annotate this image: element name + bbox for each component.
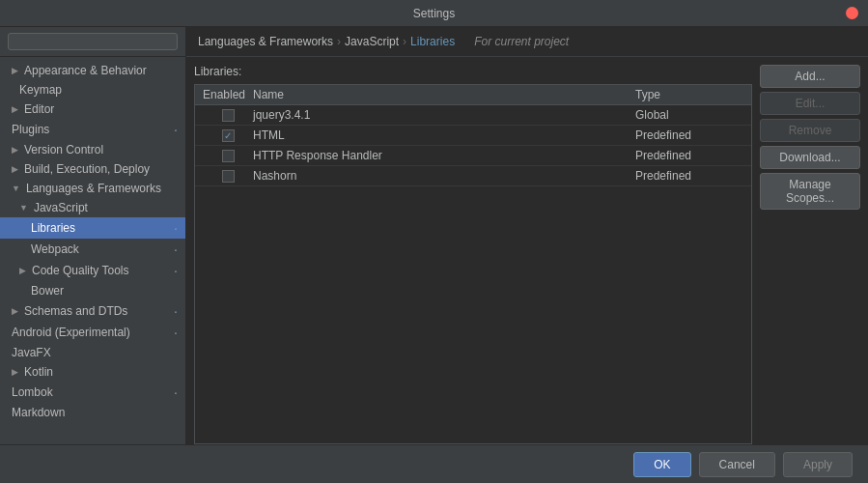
library-type-html: Predefined: [635, 128, 751, 142]
sidebar-item-code-quality-tools[interactable]: ▶ Code Quality Tools ·: [0, 260, 185, 281]
sidebar-item-appearance-behavior[interactable]: ▶ Appearance & Behavior: [0, 61, 185, 80]
remove-button[interactable]: Remove: [760, 119, 860, 142]
add-button[interactable]: Add...: [760, 65, 860, 88]
cancel-button[interactable]: Cancel: [699, 452, 775, 477]
settings-dot: ·: [174, 220, 178, 236]
settings-dot: ·: [174, 242, 178, 257]
table-row[interactable]: HTTP Response Handler Predefined: [195, 146, 751, 166]
settings-dot: ·: [174, 122, 178, 137]
libraries-title: Libraries:: [194, 65, 752, 78]
close-button[interactable]: [846, 7, 858, 19]
sidebar-item-android-experimental[interactable]: Android (Experimental) ·: [0, 322, 185, 343]
arrow-icon: ▶: [12, 367, 18, 377]
library-name-html: HTML: [253, 128, 635, 142]
breadcrumb-part2: JavaScript: [345, 35, 399, 48]
library-name-jquery: jquery3.4.1: [253, 108, 635, 122]
col-header-type: Type: [635, 88, 751, 101]
table-row[interactable]: jquery3.4.1 Global: [195, 105, 751, 126]
checkbox-html[interactable]: [222, 129, 235, 142]
sidebar-item-build-execution[interactable]: ▶ Build, Execution, Deploy: [0, 159, 185, 179]
content-body: Libraries: Enabled Name Type jquery3.4.1: [186, 57, 868, 444]
checkbox-nashorn[interactable]: [222, 170, 235, 183]
table-row[interactable]: Nashorn Predefined: [195, 166, 751, 186]
sidebar-item-plugins[interactable]: Plugins ·: [0, 119, 185, 140]
apply-button[interactable]: Apply: [783, 452, 853, 477]
sidebar-item-lombok[interactable]: Lombok ·: [0, 382, 185, 403]
sidebar-list: ▶ Appearance & Behavior Keymap ▶ Editor: [0, 57, 185, 444]
library-type-jquery: Global: [635, 108, 751, 122]
buttons-panel: Add... Edit... Remove Download... Manage…: [752, 65, 868, 444]
sidebar-item-keymap[interactable]: Keymap: [0, 80, 185, 99]
download-button[interactable]: Download...: [760, 146, 860, 169]
checkbox-jquery[interactable]: [222, 109, 235, 122]
main-container: ▶ Appearance & Behavior Keymap ▶ Editor: [0, 27, 868, 444]
libraries-table: Enabled Name Type jquery3.4.1 Global: [194, 84, 752, 444]
manage-scopes-button[interactable]: Manage Scopes...: [760, 173, 860, 210]
breadcrumb-part3: Libraries: [410, 35, 455, 48]
col-header-enabled: Enabled: [195, 88, 253, 101]
ok-button[interactable]: OK: [633, 452, 690, 477]
breadcrumb-project: For current project: [474, 35, 569, 48]
arrow-icon: ▶: [12, 306, 18, 316]
arrow-icon: ▶: [12, 145, 18, 155]
edit-button[interactable]: Edit...: [760, 92, 860, 115]
library-name-http-response: HTTP Response Handler: [253, 149, 635, 162]
breadcrumb-part1: Languages & Frameworks: [198, 35, 333, 48]
sidebar-item-libraries[interactable]: Libraries ·: [0, 217, 185, 239]
sidebar-item-webpack[interactable]: Webpack ·: [0, 239, 185, 260]
library-type-nashorn: Predefined: [635, 169, 751, 183]
arrow-icon: ▼: [12, 184, 20, 193]
library-name-nashorn: Nashorn: [253, 169, 635, 183]
arrow-icon: ▼: [19, 203, 28, 213]
settings-dot: ·: [174, 263, 178, 278]
sidebar-item-editor[interactable]: ▶ Editor: [0, 99, 185, 119]
footer: OK Cancel Apply: [0, 444, 868, 483]
search-input[interactable]: [8, 33, 178, 50]
col-header-name: Name: [253, 88, 635, 101]
settings-dot: ·: [174, 303, 178, 319]
settings-dot: ·: [174, 384, 178, 400]
sidebar-item-kotlin[interactable]: ▶ Kotlin: [0, 362, 185, 382]
sidebar-item-javascript[interactable]: ▼ JavaScript: [0, 198, 185, 217]
title-bar: Settings: [0, 0, 868, 27]
arrow-icon: ▶: [12, 104, 18, 114]
breadcrumb: Languages & Frameworks › JavaScript › Li…: [186, 27, 868, 57]
arrow-icon: ▶: [12, 164, 18, 174]
sidebar-item-version-control[interactable]: ▶ Version Control: [0, 140, 185, 159]
sidebar-item-bower[interactable]: Bower: [0, 281, 185, 300]
sidebar-item-languages-frameworks[interactable]: ▼ Languages & Frameworks: [0, 179, 185, 198]
arrow-icon: ▶: [12, 66, 18, 75]
settings-dot: ·: [174, 325, 178, 340]
table-header: Enabled Name Type: [195, 85, 751, 105]
arrow-icon: ▶: [19, 266, 26, 275]
table-row[interactable]: HTML Predefined: [195, 126, 751, 146]
breadcrumb-sep2: ›: [403, 35, 406, 48]
sidebar: ▶ Appearance & Behavior Keymap ▶ Editor: [0, 27, 186, 444]
window-title: Settings: [413, 7, 455, 20]
breadcrumb-sep1: ›: [337, 35, 341, 48]
libraries-panel: Libraries: Enabled Name Type jquery3.4.1: [194, 65, 752, 444]
search-box: [0, 27, 185, 57]
library-type-http-response: Predefined: [635, 149, 751, 162]
sidebar-item-javafx[interactable]: JavaFX: [0, 343, 185, 362]
checkbox-http-response[interactable]: [222, 150, 235, 162]
content-area: Languages & Frameworks › JavaScript › Li…: [186, 27, 868, 444]
sidebar-item-schemas-dtds[interactable]: ▶ Schemas and DTDs ·: [0, 300, 185, 322]
sidebar-item-markdown[interactable]: Markdown: [0, 403, 185, 422]
